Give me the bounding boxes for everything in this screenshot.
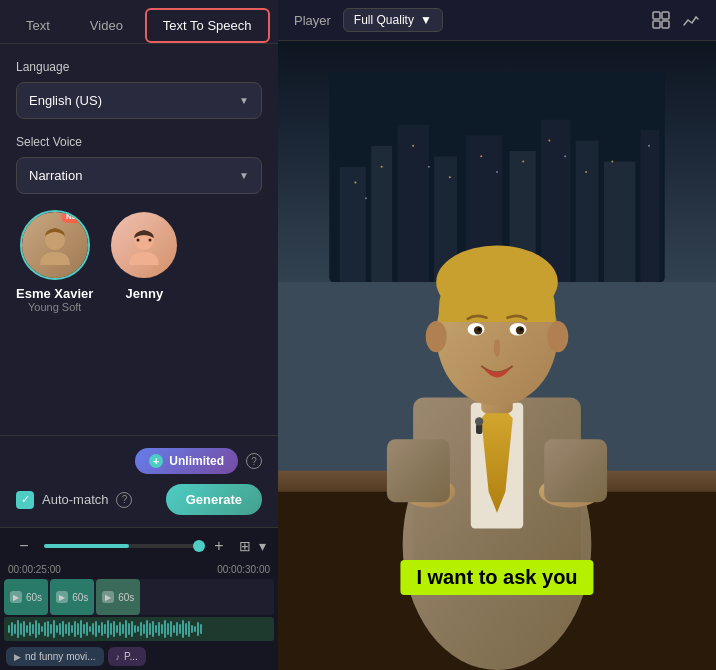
unlimited-label: Unlimited [169, 454, 224, 468]
timeline-thumb [193, 540, 205, 552]
svg-point-22 [412, 145, 414, 147]
voice-subtitle-esme: Young Soft [28, 301, 81, 313]
voice-card-esme[interactable]: NEW Esme Xavier Young Soft [16, 210, 93, 313]
track-segment-3[interactable]: ▶ 60s [96, 579, 140, 615]
quality-dropdown[interactable]: Full Quality ▼ [343, 8, 443, 32]
timeline-grid-button[interactable]: ⊞ [239, 538, 251, 554]
voices-grid: NEW Esme Xavier Young Soft [16, 210, 262, 313]
svg-point-23 [428, 166, 430, 168]
chevron-down-icon: ▼ [239, 95, 249, 106]
svg-rect-18 [641, 130, 660, 282]
timeline-plus-button[interactable]: + [207, 534, 231, 558]
grid-view-button[interactable] [652, 11, 670, 29]
timeline-video-track: ▶ 60s ▶ 60s ▶ 60s [4, 579, 274, 615]
video-clip-icon: ▶ [14, 652, 21, 662]
timeline-minus-button[interactable]: − [12, 534, 36, 558]
auto-match-row: ✓ Auto-match ? Generate [16, 484, 262, 515]
voice-avatar-jenny [109, 210, 179, 280]
svg-point-49 [426, 321, 447, 352]
auto-match-label: Auto-match [42, 492, 108, 507]
player-header: Player Full Quality ▼ [278, 0, 716, 41]
svg-point-30 [585, 171, 587, 173]
language-dropdown[interactable]: English (US) ▼ [16, 82, 262, 119]
svg-point-27 [522, 161, 524, 163]
svg-rect-7 [662, 21, 669, 28]
voice-type-dropdown[interactable]: Narration ▼ [16, 157, 262, 194]
auto-match-checkbox[interactable]: ✓ [16, 491, 34, 509]
select-voice-label: Select Voice [16, 135, 262, 149]
svg-point-20 [365, 197, 367, 199]
unlimited-row: + Unlimited ? [16, 448, 262, 474]
subtitle-text: I want to ask you [400, 560, 593, 595]
chevron-down-icon: ▼ [420, 13, 432, 27]
tab-video[interactable]: Video [72, 8, 141, 43]
svg-rect-5 [662, 12, 669, 19]
svg-point-31 [611, 161, 613, 163]
tab-text[interactable]: Text [8, 8, 68, 43]
svg-rect-56 [387, 439, 450, 502]
svg-rect-11 [397, 125, 428, 282]
unlimited-button[interactable]: + Unlimited [135, 448, 238, 474]
tab-tts[interactable]: Text To Speech [145, 8, 270, 43]
clip-video[interactable]: ▶ nd funny movi... [6, 647, 104, 666]
svg-point-21 [381, 166, 383, 168]
svg-point-48 [520, 328, 523, 331]
clip-video-label: nd funny movi... [25, 651, 96, 662]
timeline-slider[interactable] [44, 544, 199, 548]
voice-avatar-esme: NEW [20, 210, 90, 280]
svg-point-25 [480, 155, 482, 157]
svg-point-3 [149, 239, 152, 242]
svg-point-19 [354, 181, 356, 183]
left-content: Language English (US) ▼ Select Voice Nar… [0, 44, 278, 435]
clip-music[interactable]: ♪ P... [108, 647, 146, 666]
svg-point-52 [475, 417, 483, 425]
play-icon: ▶ [102, 591, 114, 603]
timeline-arrow-button[interactable]: ▾ [259, 538, 266, 554]
svg-rect-6 [653, 21, 660, 28]
header-icons [652, 11, 700, 29]
svg-point-47 [478, 328, 481, 331]
timeline-slider-fill [44, 544, 129, 548]
track-segment-2[interactable]: ▶ 60s [50, 579, 94, 615]
left-panel: Text Video Text To Speech Language Engli… [0, 0, 278, 670]
voice-type-value: Narration [29, 168, 82, 183]
waveform-bars [4, 617, 206, 641]
bottom-timeline: ▶ nd funny movi... ♪ P... [0, 643, 278, 670]
player-label: Player [294, 13, 331, 28]
voice-name-jenny: Jenny [126, 286, 164, 301]
new-badge: NEW [61, 210, 90, 223]
svg-rect-9 [340, 167, 366, 282]
svg-point-26 [496, 171, 498, 173]
auto-match-left: ✓ Auto-match ? [16, 491, 132, 509]
timeline-controls: − + ⊞ ▾ [0, 528, 278, 564]
analytics-button[interactable] [682, 11, 700, 29]
waveform-track [4, 617, 274, 641]
language-label: Language [16, 60, 262, 74]
clip-music-label: P... [124, 651, 138, 662]
video-scene: I want to ask you [278, 41, 716, 670]
language-value: English (US) [29, 93, 102, 108]
track-segment-1[interactable]: ▶ 60s [4, 579, 48, 615]
generate-button[interactable]: Generate [166, 484, 262, 515]
svg-point-32 [648, 145, 650, 147]
right-panel: Player Full Quality ▼ [278, 0, 716, 670]
bottom-controls: + Unlimited ? ✓ Auto-match ? Generate [0, 435, 278, 527]
timeline: − + ⊞ ▾ 00:00:25:00 00:00:30:00 ▶ 60s ▶ … [0, 527, 278, 670]
music-clip-icon: ♪ [116, 652, 121, 662]
plus-icon: + [149, 454, 163, 468]
auto-match-help-icon[interactable]: ? [116, 492, 132, 508]
timestamp-start: 00:00:25:00 [8, 564, 61, 575]
svg-point-29 [564, 155, 566, 157]
svg-point-28 [548, 140, 550, 142]
voice-name-esme: Esme Xavier [16, 286, 93, 301]
play-icon: ▶ [10, 591, 22, 603]
svg-point-50 [547, 321, 568, 352]
svg-point-2 [137, 239, 140, 242]
svg-rect-55 [544, 439, 607, 502]
timeline-timestamps: 00:00:25:00 00:00:30:00 [0, 564, 278, 575]
unlimited-help-icon[interactable]: ? [246, 453, 262, 469]
svg-rect-4 [653, 12, 660, 19]
voice-card-jenny[interactable]: Jenny [109, 210, 179, 313]
timestamp-end: 00:00:30:00 [217, 564, 270, 575]
svg-point-24 [449, 176, 451, 178]
